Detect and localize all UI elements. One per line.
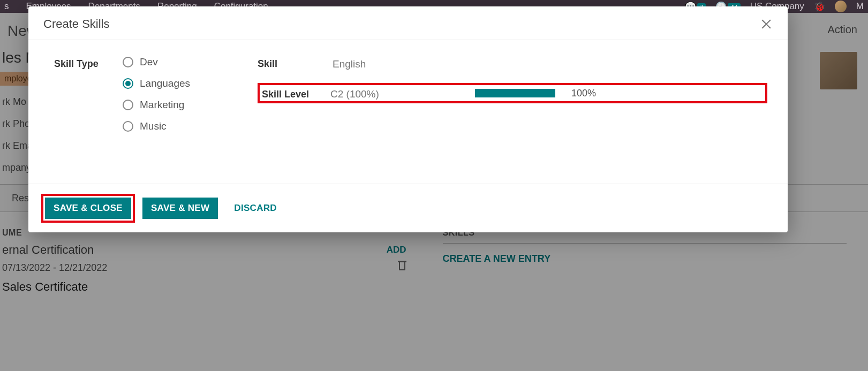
save-new-button[interactable]: SAVE & NEW [142,198,218,219]
discard-button[interactable]: DISCARD [225,198,285,219]
nav-item[interactable]: s [4,1,9,12]
skill-level-value[interactable]: C2 (100%) [330,86,459,100]
skill-type-label: Skill Type [54,56,118,132]
radio-languages[interactable]: Languages [123,78,252,89]
skill-level-progress [475,89,555,97]
skill-value[interactable]: English [333,56,767,70]
progress-fill [475,89,555,97]
radio-marketing[interactable]: Marketing [123,99,252,111]
debug-icon[interactable]: 🐞 [814,1,825,12]
modal-footer: SAVE & CLOSE SAVE & NEW DISCARD [28,184,788,232]
progress-percentage: 100% [571,88,596,99]
modal-body: Skill Type Dev Languages Marketing Music [28,40,788,184]
radio-icon [123,100,133,110]
modal-header: Create Skills [28,6,788,40]
skill-label: Skill [258,56,330,70]
radio-label: Dev [140,56,158,68]
skill-type-radio-group: Dev Languages Marketing Music [123,56,252,132]
radio-music[interactable]: Music [123,120,252,132]
avatar[interactable] [835,1,847,12]
radio-label: Languages [140,78,190,89]
radio-icon [123,121,133,132]
radio-label: Marketing [140,99,184,111]
save-close-button[interactable]: SAVE & CLOSE [45,198,131,219]
create-skills-modal: Create Skills Skill Type Dev Languages M… [28,6,788,232]
close-icon[interactable] [760,18,773,31]
radio-icon [123,57,133,67]
skill-level-label: Skill Level [262,87,330,100]
modal-title: Create Skills [43,17,109,31]
radio-label: Music [140,120,167,132]
radio-dev[interactable]: Dev [123,56,252,68]
user-initial: M [856,1,864,12]
radio-icon [123,78,133,89]
